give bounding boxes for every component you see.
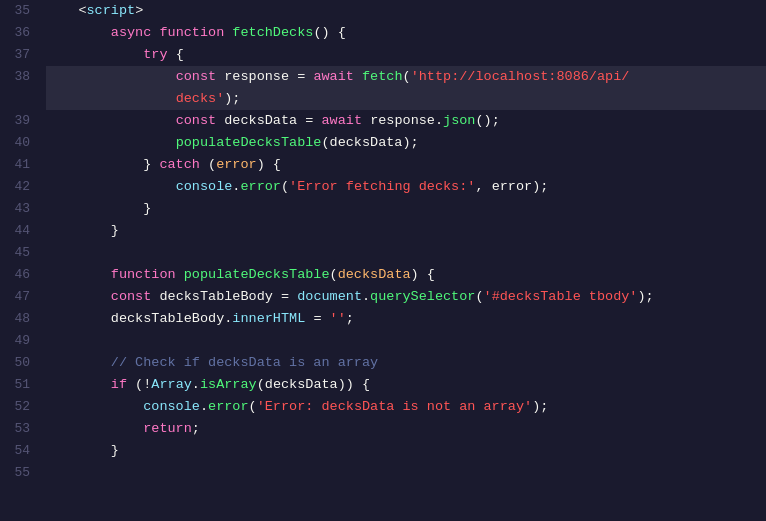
code-line-46: function populateDecksTable(decksData) { [46,264,766,286]
code-line-48: decksTableBody.innerHTML = ''; [46,308,766,330]
code-line-47: const decksTableBody = document.querySel… [46,286,766,308]
line-num-55: 55 [8,462,30,484]
code-line-50: // Check if decksData is an array [46,352,766,374]
line-num-54: 54 [8,440,30,462]
line-num-45: 45 [8,242,30,264]
code-line-39: const decksData = await response.json(); [46,110,766,132]
code-line-54: } [46,440,766,462]
line-num-49: 49 [8,330,30,352]
code-line-45 [46,242,766,264]
code-content: <script> async function fetchDecks() { t… [42,0,766,521]
line-num-38: 38 [8,66,30,88]
line-num-35: 35 [8,0,30,22]
code-line-51: if (!Array.isArray(decksData)) { [46,374,766,396]
code-line-42: console.error('Error fetching decks:', e… [46,176,766,198]
code-line-37: try { [46,44,766,66]
line-num-37: 37 [8,44,30,66]
code-line-53: return; [46,418,766,440]
line-num-46: 46 [8,264,30,286]
line-num-39: 39 [8,110,30,132]
line-num-41: 41 [8,154,30,176]
line-num-38b [8,88,30,110]
code-line-38a: const response = await fetch('http://loc… [46,66,766,88]
line-num-52: 52 [8,396,30,418]
line-num-47: 47 [8,286,30,308]
line-num-51: 51 [8,374,30,396]
code-line-40: populateDecksTable(decksData); [46,132,766,154]
line-num-42: 42 [8,176,30,198]
line-num-53: 53 [8,418,30,440]
line-numbers: 35 36 37 38 39 40 41 42 43 44 45 46 47 4… [0,0,42,521]
code-line-35: <script> [46,0,766,22]
line-num-50: 50 [8,352,30,374]
code-line-36: async function fetchDecks() { [46,22,766,44]
code-editor: 35 36 37 38 39 40 41 42 43 44 45 46 47 4… [0,0,766,521]
code-line-43: } [46,198,766,220]
line-num-44: 44 [8,220,30,242]
line-num-40: 40 [8,132,30,154]
line-num-48: 48 [8,308,30,330]
code-line-52: console.error('Error: decksData is not a… [46,396,766,418]
line-num-36: 36 [8,22,30,44]
code-line-55 [46,462,766,484]
code-line-49 [46,330,766,352]
code-line-41: } catch (error) { [46,154,766,176]
code-line-44: } [46,220,766,242]
code-line-38b: decks'); [46,88,766,110]
line-num-43: 43 [8,198,30,220]
